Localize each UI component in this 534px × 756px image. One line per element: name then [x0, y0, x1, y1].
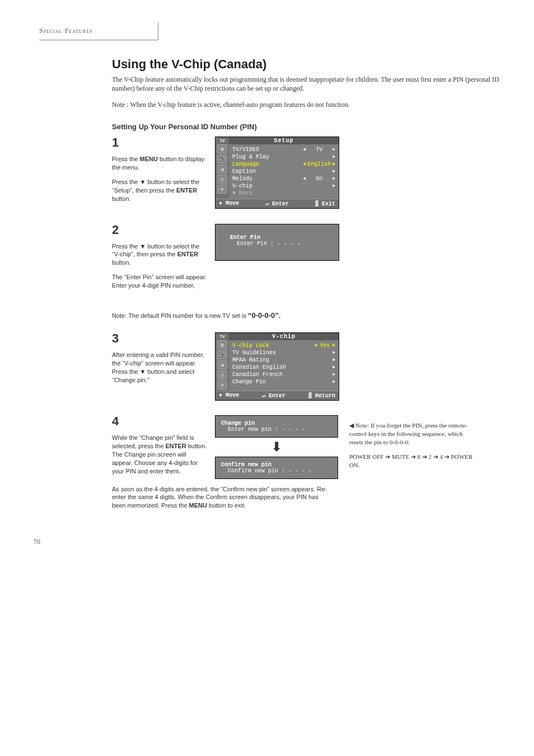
osd-tab: TV — [219, 138, 225, 143]
step4-postnote: As soon as the 4 digits are entered, the… — [112, 485, 333, 510]
osd-vchip: TV ▥ 🔊 ◪ ◷ ⚙ V-chip V-chip Lock◀Yes▶ TV … — [215, 332, 339, 401]
osd-menu: TV/VIDEO◀TV▶ Plug & Play▶ Language◀Engli… — [229, 144, 339, 199]
side-note: ◀ Note: If you forget the PIN, press the… — [349, 415, 478, 475]
sound-icon: 🔊 — [217, 350, 227, 359]
osd-menu: V-chip Lock◀Yes▶ TV Guidelines▶ MPAA Rat… — [229, 340, 339, 387]
intro-paragraph: The V-Chip feature automatically locks o… — [112, 75, 509, 93]
timer-icon: ◷ — [217, 370, 227, 379]
step-1: 1 Press the MENU button to display the m… — [112, 137, 509, 209]
step-text: While the “Change pin” field is selected… — [112, 434, 207, 475]
osd-title: V-chip — [229, 333, 339, 340]
osd-setup: TV ▥ 🔊 ◪ ◷ ⚙ Setup TV/VIDEO◀TV▶ Plug & P… — [215, 137, 339, 209]
step-text: Press the MENU button to display the men… — [112, 155, 207, 172]
down-arrow-icon: ⬇ — [271, 441, 282, 453]
osd-change-pin: Change pin Enter new pin : - - - - — [215, 415, 338, 438]
osd-enter-pin: Enter Pin Enter Pin : - - - - — [215, 224, 339, 261]
step-number: 4 — [112, 415, 207, 428]
sound-icon: 🔊 — [217, 154, 227, 163]
step-4: 4 While the “Change pin” field is select… — [112, 415, 509, 481]
osd-footer: ♦ Move↵ Enter∭ Exit — [216, 199, 339, 208]
step-3: 3 After entering a valid PIN number, the… — [112, 332, 509, 401]
channel-icon: ◪ — [217, 360, 227, 369]
running-head: Special Features — [39, 22, 158, 40]
setup-icon: ⚙ — [217, 381, 227, 389]
top-note: Note : When the V-chip feature is active… — [112, 101, 509, 109]
timer-icon: ◷ — [217, 175, 227, 184]
picture-icon: ▥ — [217, 340, 227, 349]
step-text: After entering a valid PIN number, the “… — [112, 351, 207, 384]
step-text: Press the ▼ button to select the “V-chip… — [112, 242, 207, 267]
page-title: Using the V-Chip (Canada) — [112, 57, 509, 72]
step-number: 1 — [112, 137, 207, 149]
step-text: The “Enter Pin” screen will appear. Ente… — [112, 273, 207, 290]
osd-tab: TV — [219, 334, 225, 339]
default-pin-note: Note: The default PIN number for a new T… — [112, 311, 333, 321]
step-text: Press the ▼ button to select the “Setup”… — [112, 178, 207, 203]
section-heading: Setting Up Your Personal ID Number (PIN) — [112, 123, 509, 131]
step-2: 2 Press the ▼ button to select the “V-ch… — [112, 224, 509, 296]
osd-title: Setup — [229, 137, 339, 144]
setup-icon: ⚙ — [217, 185, 227, 194]
page-number: 70 — [34, 538, 509, 546]
osd-confirm-pin: Confirm new pin Confirm new pin : - - - … — [215, 457, 338, 479]
step-number: 2 — [112, 224, 207, 236]
osd-footer: ♦ Move↵ Enter∭ Return — [216, 391, 339, 400]
picture-icon: ▥ — [217, 144, 227, 153]
step-number: 3 — [112, 332, 207, 345]
channel-icon: ◪ — [217, 165, 227, 173]
